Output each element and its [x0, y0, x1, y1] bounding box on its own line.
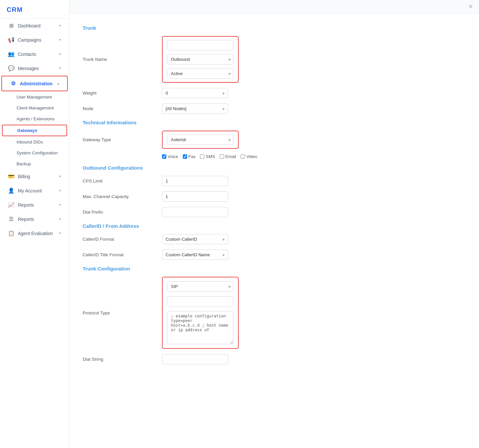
checkbox-voice[interactable]: Voice [162, 154, 178, 159]
callerid-format-select-wrapper: Custom CallerID E.164 National [162, 234, 228, 244]
protocol-type-label: Protocol Type [83, 310, 155, 315]
label-inbound-dids: Inbound DIDs [17, 140, 43, 144]
sidebar-item-inbound-dids[interactable]: Inbound DIDs [2, 137, 67, 147]
sms-checkbox[interactable] [200, 154, 204, 159]
email-label: Email [225, 154, 236, 159]
top-bar: ≡ [69, 0, 479, 13]
sidebar-label-my-account: My Account [18, 188, 42, 193]
sidebar-label-reports1: Reports [18, 202, 34, 208]
sidebar-item-system-configuration[interactable]: System Configuration [2, 148, 67, 158]
checkbox-email[interactable]: Email [220, 154, 236, 159]
sidebar-logo: CRM [0, 0, 69, 19]
callerid-title-select[interactable]: Custom CallerID Name [162, 250, 228, 260]
weight-select[interactable]: 0123 [162, 88, 228, 98]
callerid-format-row: CallerID Format Custom CallerID E.164 Na… [83, 234, 466, 244]
sidebar-item-reports1[interactable]: 📈 Reports ▾ [2, 198, 67, 212]
sidebar-item-user-management[interactable]: User Management [2, 92, 67, 102]
trunk-name-input[interactable] [167, 40, 233, 50]
max-channel-row: Max. Channel Capacity [83, 191, 466, 202]
checkbox-sms[interactable]: SMS [200, 154, 215, 159]
label-user-management: User Management [17, 95, 52, 100]
reports2-icon: ☰ [8, 216, 15, 222]
chevron-campaigns: ▾ [59, 38, 61, 42]
callerid-section-title: CallerID / From Address [83, 223, 466, 229]
chevron-contacts: ▾ [59, 52, 61, 56]
checkbox-fax[interactable]: Fax [183, 154, 196, 159]
cps-limit-row: CPS Limit [83, 176, 466, 186]
callerid-format-label: CallerID Format [83, 237, 155, 242]
email-checkbox[interactable] [220, 154, 224, 159]
weight-label: Weight [83, 91, 155, 96]
campaigns-icon: 📢 [8, 37, 15, 43]
callerid-title-label: CallerID Title Format [83, 252, 155, 257]
chevron-administration: ▴ [57, 81, 59, 86]
callerid-format-select[interactable]: Custom CallerID E.164 National [162, 234, 228, 244]
top-bar-icon: ≡ [469, 3, 472, 10]
max-channel-input[interactable] [162, 191, 228, 202]
video-checkbox[interactable] [241, 154, 245, 159]
contacts-icon: 👥 [8, 51, 15, 57]
callerid-title-row: CallerID Title Format Custom CallerID Na… [83, 250, 466, 260]
fax-label: Fax [188, 154, 196, 159]
register-string-input[interactable] [167, 296, 233, 306]
sidebar-label-campaigns: Campaigns [18, 37, 41, 43]
my-account-icon: 👤 [8, 187, 15, 194]
sidebar-label-contacts: Contacts [18, 52, 36, 57]
main-panel: ≡ Trunk Trunk Name Outbound Inbound ▾ [69, 0, 479, 448]
sidebar-item-dashboard[interactable]: ⊞ Dashboard ▾ [2, 19, 67, 32]
chevron-reports1: ▾ [59, 203, 61, 207]
max-channel-label: Max. Channel Capacity [83, 194, 155, 199]
dial-prefix-row: Dial Prefix [83, 207, 466, 217]
gateway-type-select-wrapper: Asterisk FreeSWITCH ▾ [167, 135, 233, 145]
sidebar-item-client-management[interactable]: Client Management [2, 103, 67, 113]
tech-info-section-title: Technical Informations [83, 120, 466, 125]
sidebar-item-billing[interactable]: 💳 Billing ▾ [2, 170, 67, 183]
sidebar-item-gateways[interactable]: Gateways [2, 125, 67, 136]
chevron-reports2: ▾ [59, 217, 61, 221]
dial-prefix-input[interactable] [162, 207, 228, 217]
node-label: Node [83, 106, 155, 111]
cps-limit-input[interactable] [162, 176, 228, 186]
trunk-section-title: Trunk [83, 25, 466, 31]
sms-label: SMS [206, 154, 215, 159]
chevron-messages: ▾ [59, 66, 61, 70]
callerid-title-select-wrapper: Custom CallerID Name [162, 250, 228, 260]
sidebar-item-reports2[interactable]: ☰ Reports ▾ [2, 212, 67, 226]
sidebar-item-my-account[interactable]: 👤 My Account ▾ [2, 184, 67, 197]
label-backup: Backup [17, 161, 31, 166]
label-agents-extensions: Agents / Extensions [17, 116, 55, 121]
node-select[interactable]: [All Nodes] [162, 103, 228, 114]
protocol-type-row: Protocol Type SIP IAX2 ▾ ; example confi… [83, 277, 466, 349]
outbound-section-title: Outbound Configurations [83, 165, 466, 171]
checkbox-video[interactable]: Video [241, 154, 257, 159]
sidebar-label-billing: Billing [18, 174, 30, 179]
sidebar-label-reports2: Reports [18, 217, 34, 222]
chevron-my-account: ▾ [59, 188, 61, 193]
status-select[interactable]: Active Inactive [167, 68, 233, 79]
label-client-management: Client Management [17, 105, 54, 110]
settings-textarea[interactable]: ; example configuration type=peer host=a… [167, 311, 233, 344]
trunk-name-row: Trunk Name Outbound Inbound ▾ Active Ina [83, 36, 466, 83]
sidebar-item-backup[interactable]: Backup [2, 159, 67, 169]
cps-limit-label: CPS Limit [83, 179, 155, 183]
chevron-agent-evaluation: ▾ [59, 231, 61, 235]
gateway-type-label: Gateway Type [83, 137, 155, 142]
sidebar-item-contacts[interactable]: 👥 Contacts ▾ [2, 47, 67, 61]
sidebar-item-campaigns[interactable]: 📢 Campaigns ▾ [2, 33, 67, 47]
type-select[interactable]: Outbound Inbound [167, 54, 233, 64]
trunk-config-section-title: Trunk Configuration [83, 266, 466, 271]
weight-select-wrapper: 0123 [162, 88, 228, 98]
agent-evaluation-icon: 📋 [8, 230, 15, 236]
fax-checkbox[interactable] [183, 154, 187, 159]
sidebar-item-agent-evaluation[interactable]: 📋 Agent Evaluation ▾ [2, 226, 67, 240]
sidebar-item-administration[interactable]: ⚙ Administration ▴ [4, 77, 65, 90]
sidebar-item-agents-extensions[interactable]: Agents / Extensions [2, 114, 67, 124]
dial-string-input[interactable] [162, 354, 228, 364]
billing-icon: 💳 [8, 173, 15, 180]
sidebar-item-messages[interactable]: 💬 Messages ▾ [2, 61, 67, 75]
protocol-type-select[interactable]: SIP IAX2 [167, 281, 233, 292]
protocol-type-select-wrapper: SIP IAX2 ▾ [167, 281, 233, 292]
voice-checkbox[interactable] [162, 154, 166, 159]
gateway-type-select[interactable]: Asterisk FreeSWITCH [167, 135, 233, 145]
weight-row: Weight 0123 [83, 88, 466, 98]
